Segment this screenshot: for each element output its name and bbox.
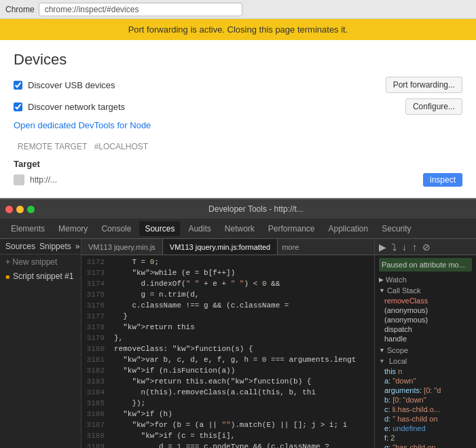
scope-var: d: " has-child on [379, 414, 472, 424]
code-area: VM113 jquery.min.js VM113 jquery.min.js:… [81, 239, 374, 448]
close-button[interactable] [5, 206, 13, 213]
list-item[interactable]: ■ Script snippet #1 [0, 269, 81, 283]
paused-message: Paused on attribute mo... [379, 258, 472, 272]
tab-network[interactable]: Network [219, 221, 260, 236]
scope-section[interactable]: ▼ Scope [379, 346, 472, 354]
file-tabs: VM113 jquery.min.js VM113 jquery.min.js:… [81, 239, 374, 255]
step-into-button[interactable]: ↓ [401, 242, 408, 253]
scope-var: f: 2 [379, 433, 472, 443]
tab-sources[interactable]: Sources [139, 221, 180, 236]
target-url: http://... [30, 175, 418, 185]
devtools-node-link[interactable]: Open dedicated DevTools for Node [14, 120, 151, 130]
usb-label: Discover USB devices [28, 80, 386, 90]
tab-performance[interactable]: Performance [263, 221, 321, 236]
devtools-window: Developer Tools - http://t... Elements M… [0, 198, 476, 448]
play-button[interactable]: ▶ [378, 242, 388, 253]
scope-variables: this na: "down"arguments: [0: "db: [0: "… [379, 367, 472, 448]
port-forwarding-button[interactable]: Port forwarding... [386, 77, 462, 93]
port-forwarding-banner: Port forwarding is active. Closing this … [0, 19, 476, 40]
inspect-button[interactable]: inspect [423, 173, 462, 187]
chrome-label: Chrome [5, 5, 35, 14]
scope-var: a: "down" [379, 376, 472, 386]
configure-button[interactable]: Configure... [405, 98, 462, 115]
file-tab-minjs[interactable]: VM113 jquery.min.js [81, 239, 163, 255]
target-row: http://... inspect [14, 173, 462, 187]
minimize-button[interactable] [16, 206, 24, 213]
url-input[interactable]: chrome://inspect/#devices [39, 3, 242, 16]
watch-section[interactable]: ▶ Watch [379, 276, 472, 284]
line-numbers: 3172317331743175317631773178317931803181… [81, 255, 109, 448]
right-toolbar: ▶ ⤵ ↓ ↑ ⊘ [375, 239, 476, 255]
tab-audits[interactable]: Audits [183, 221, 216, 236]
snippet-name: Script snippet #1 [13, 272, 73, 281]
devices-title: Devices [14, 51, 462, 69]
devices-panel: Devices Discover USB devices Port forwar… [0, 40, 476, 198]
step-out-button[interactable]: ↑ [411, 242, 418, 253]
snippets-tab[interactable]: Snippets [39, 242, 71, 251]
remote-target-title: Remote Target #LOCALHOST [14, 140, 462, 152]
target-favicon [14, 174, 24, 185]
callstack-item-dispatch[interactable]: dispatch [379, 324, 472, 334]
tab-security[interactable]: Security [376, 221, 416, 236]
callstack-item-handle[interactable]: handle [379, 334, 472, 343]
callstack-section[interactable]: ▼ Call Stack [379, 286, 472, 295]
network-label: Discover network targets [28, 102, 405, 112]
scope-var: b: [0: "down" [379, 395, 472, 405]
devtools-title: Developer Tools - http://t... [41, 204, 471, 214]
callstack-item-anon1[interactable]: (anonymous) [379, 305, 472, 315]
network-checkbox[interactable] [14, 102, 22, 111]
tab-elements[interactable]: Elements [5, 221, 50, 236]
traffic-lights [5, 206, 35, 213]
devtools-titlebar: Developer Tools - http://t... [0, 200, 476, 219]
target-label: Target [14, 159, 462, 169]
devtools-top-toolbar: Elements Memory Console Sources Audits N… [0, 219, 476, 239]
remote-target-section: Remote Target #LOCALHOST [14, 140, 462, 152]
new-snippet-button[interactable]: + New snippet [0, 255, 81, 269]
callstack-item-removeclass[interactable]: removeClass [379, 296, 472, 305]
file-tab-more[interactable]: more [278, 243, 303, 251]
right-panel: ▶ ⤵ ↓ ↑ ⊘ Paused on attribute mo... ▶ Wa… [374, 239, 476, 448]
maximize-button[interactable] [27, 206, 35, 213]
snippet-icon: ■ [5, 273, 10, 280]
right-content: Paused on attribute mo... ▶ Watch ▼ Call… [375, 255, 476, 448]
sources-sidebar: Sources Snippets » + New snippet ■ Scrip… [0, 239, 81, 448]
tab-console[interactable]: Console [96, 221, 136, 236]
scope-var: this n [379, 367, 472, 376]
sidebar-chevron[interactable]: » [75, 242, 80, 251]
sidebar-header: Sources Snippets » [0, 239, 81, 255]
file-tab-formatted[interactable]: VM113 jquery.min.js:formatted [163, 239, 278, 255]
devtools-body: Sources Snippets » + New snippet ■ Scrip… [0, 239, 476, 448]
deactivate-button[interactable]: ⊘ [421, 242, 432, 253]
scope-var: c: li.has-child.o... [379, 405, 472, 414]
scope-var: e: undefined [379, 424, 472, 433]
target-section: Target http://... inspect [14, 159, 462, 187]
sources-tab[interactable]: Sources [5, 242, 35, 251]
usb-checkbox[interactable] [14, 81, 22, 90]
step-over-button[interactable]: ⤵ [390, 242, 398, 253]
scope-var: g: "has-child on [379, 443, 472, 448]
tab-application[interactable]: Application [323, 221, 374, 236]
network-targets-row: Discover network targets Configure... [14, 98, 462, 115]
code-lines[interactable]: T = 0; "kw">while (e = b[f++]) d.indexOf… [109, 255, 374, 448]
callstack-item-anon2[interactable]: (anonymous) [379, 315, 472, 324]
address-bar: Chrome chrome://inspect/#devices [0, 0, 476, 19]
usb-devices-row: Discover USB devices Port forwarding... [14, 77, 462, 93]
tab-memory[interactable]: Memory [53, 221, 93, 236]
scope-var: arguments: [0: "d [379, 386, 472, 395]
code-content: 3172317331743175317631773178317931803181… [81, 255, 374, 448]
local-scope[interactable]: ▼ Local [379, 357, 472, 365]
